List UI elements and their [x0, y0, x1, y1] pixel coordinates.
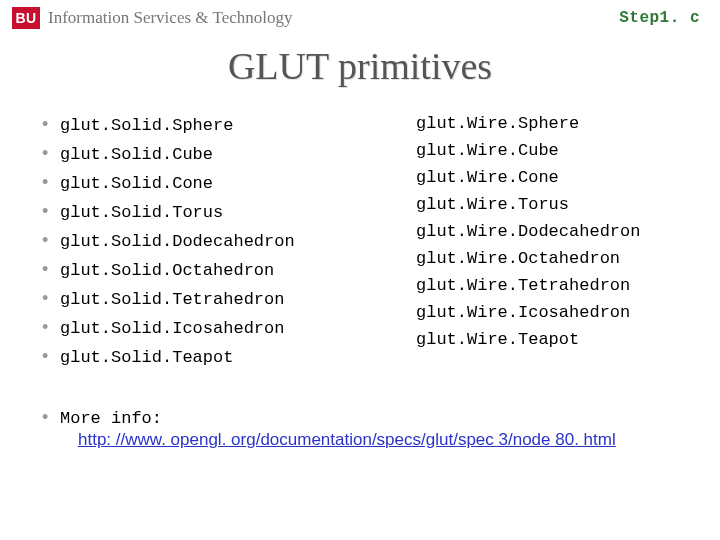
more-info-link[interactable]: http: //www. opengl. org/documentation/s… — [78, 430, 616, 449]
code-text: glut.Solid.Cone — [60, 174, 213, 193]
content: •glut.Solid.Sphere •glut.Solid.Cube •glu… — [0, 114, 720, 450]
code-text: glut.Solid.Octahedron — [60, 261, 274, 280]
code-text: glut.Wire.Teapot — [416, 330, 579, 349]
column-solid: •glut.Solid.Sphere •glut.Solid.Cube •glu… — [42, 114, 352, 375]
code-text: glut.Wire.Tetrahedron — [416, 276, 630, 295]
code-text: glut.Wire.Octahedron — [416, 249, 620, 268]
list-item: glut.Wire.Icosahedron — [416, 303, 640, 322]
code-text: glut.Solid.Teapot — [60, 348, 233, 367]
list-item: glut.Wire.Teapot — [416, 330, 640, 349]
list-item: glut.Wire.Octahedron — [416, 249, 640, 268]
bullet-icon: • — [42, 143, 60, 163]
list-item: •glut.Solid.Icosahedron — [42, 317, 352, 338]
code-text: glut.Solid.Dodecahedron — [60, 232, 295, 251]
list-item: •glut.Solid.Torus — [42, 201, 352, 222]
columns: •glut.Solid.Sphere •glut.Solid.Cube •glu… — [42, 114, 678, 375]
list-item: •glut.Solid.Dodecahedron — [42, 230, 352, 251]
code-text: glut.Wire.Cone — [416, 168, 559, 187]
filename-label: Step1. c — [619, 9, 708, 27]
slide-title: GLUT primitives — [0, 44, 720, 88]
code-text: glut.Wire.Cube — [416, 141, 559, 160]
code-text: glut.Wire.Dodecahedron — [416, 222, 640, 241]
bu-logo: BU — [12, 7, 40, 29]
code-text: glut.Wire.Icosahedron — [416, 303, 630, 322]
bullet-icon: • — [42, 114, 60, 134]
list-item: •glut.Solid.Teapot — [42, 346, 352, 367]
list-item: glut.Wire.Dodecahedron — [416, 222, 640, 241]
list-item: •glut.Solid.Cube — [42, 143, 352, 164]
bullet-icon: • — [42, 230, 60, 250]
code-text: glut.Solid.Tetrahedron — [60, 290, 284, 309]
code-text: glut.Solid.Icosahedron — [60, 319, 284, 338]
list-item: glut.Wire.Tetrahedron — [416, 276, 640, 295]
more-info: • More info: http: //www. opengl. org/do… — [42, 407, 678, 450]
list-item: •glut.Solid.Octahedron — [42, 259, 352, 280]
bullet-icon: • — [42, 201, 60, 221]
more-info-label: More info: — [60, 409, 162, 428]
header: BU Information Services & Technology Ste… — [0, 0, 720, 34]
code-text: glut.Solid.Cube — [60, 145, 213, 164]
bullet-icon: • — [42, 172, 60, 192]
bullet-icon: • — [42, 346, 60, 366]
list-item: •glut.Solid.Sphere — [42, 114, 352, 135]
bullet-icon: • — [42, 259, 60, 279]
list-item: glut.Wire.Cone — [416, 168, 640, 187]
code-text: glut.Wire.Torus — [416, 195, 569, 214]
list-item: glut.Wire.Sphere — [416, 114, 640, 133]
bullet-icon: • — [42, 407, 60, 427]
ist-label: Information Services & Technology — [48, 8, 292, 28]
slide: BU Information Services & Technology Ste… — [0, 0, 720, 540]
bullet-icon: • — [42, 288, 60, 308]
list-item: glut.Wire.Cube — [416, 141, 640, 160]
code-text: glut.Solid.Torus — [60, 203, 223, 222]
bullet-icon: • — [42, 317, 60, 337]
column-wire: glut.Wire.Sphere glut.Wire.Cube glut.Wir… — [352, 114, 640, 375]
more-info-body: http: //www. opengl. org/documentation/s… — [78, 430, 616, 450]
list-item: •glut.Solid.Tetrahedron — [42, 288, 352, 309]
list-item: glut.Wire.Torus — [416, 195, 640, 214]
code-text: glut.Wire.Sphere — [416, 114, 579, 133]
list-item: •glut.Solid.Cone — [42, 172, 352, 193]
code-text: glut.Solid.Sphere — [60, 116, 233, 135]
